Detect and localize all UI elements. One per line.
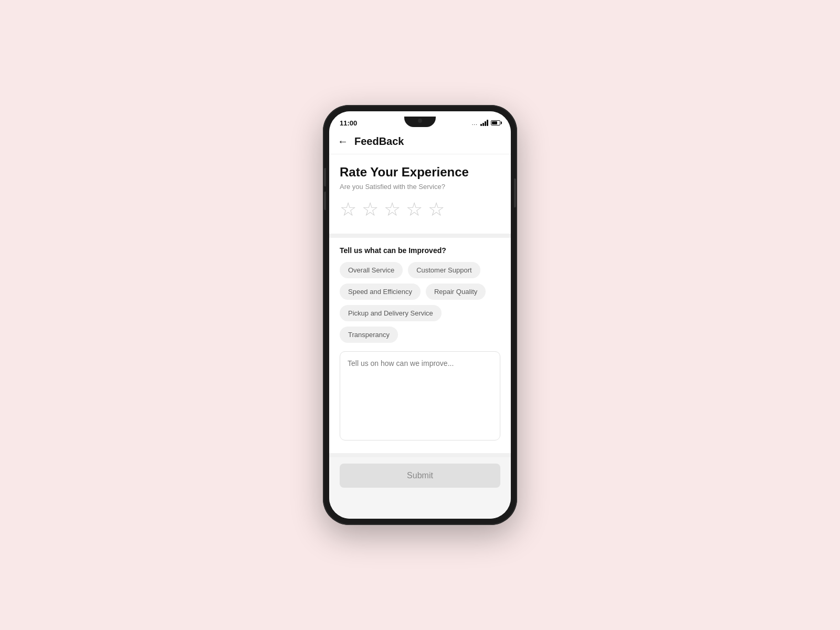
phone-notch [404, 117, 436, 127]
tags-container: Overall ServiceCustomer SupportSpeed and… [340, 262, 500, 343]
phone-frame: 11:00 ... ← FeedBack [323, 105, 517, 525]
tag-item[interactable]: Customer Support [408, 262, 480, 278]
submit-button[interactable]: Submit [340, 464, 500, 488]
feedback-textarea[interactable] [340, 351, 500, 440]
signal-icon [480, 120, 488, 126]
divider-1 [329, 234, 511, 238]
rate-title: Rate Your Experience [340, 165, 500, 180]
star-2[interactable]: ☆ [362, 200, 379, 219]
signal-dots: ... [472, 120, 478, 126]
page-title: FeedBack [354, 135, 404, 148]
star-4[interactable]: ☆ [406, 200, 423, 219]
rate-experience-card: Rate Your Experience Are you Satisfied w… [329, 154, 511, 234]
stars-row: ☆ ☆ ☆ ☆ ☆ [340, 200, 500, 219]
battery-icon [491, 120, 500, 125]
notch-camera [418, 119, 422, 123]
star-1[interactable]: ☆ [340, 200, 356, 219]
rate-subtitle: Are you Satisfied with the Service? [340, 183, 500, 191]
phone-screen: 11:00 ... ← FeedBack [329, 111, 511, 519]
divider-2 [329, 453, 511, 457]
volume-down-button [324, 192, 326, 210]
tag-item[interactable]: Repair Quality [426, 284, 486, 300]
tag-item[interactable]: Pickup and Delivery Service [340, 305, 442, 321]
bottom-area: Submit [329, 457, 511, 494]
content-area: Rate Your Experience Are you Satisfied w… [329, 154, 511, 519]
tag-item[interactable]: Transperancy [340, 327, 398, 343]
status-icons: ... [472, 120, 500, 126]
status-time: 11:00 [340, 119, 357, 127]
tag-item[interactable]: Overall Service [340, 262, 403, 278]
improve-section: Tell us what can be Improved? Overall Se… [329, 238, 511, 453]
power-button [514, 178, 516, 207]
improve-title: Tell us what can be Improved? [340, 246, 500, 255]
star-5[interactable]: ☆ [428, 200, 445, 219]
tag-item[interactable]: Speed and Efficiency [340, 284, 421, 300]
volume-up-button [324, 168, 326, 186]
battery-fill [492, 121, 497, 124]
app-header: ← FeedBack [329, 130, 511, 154]
back-button[interactable]: ← [338, 135, 348, 148]
star-3[interactable]: ☆ [384, 200, 401, 219]
